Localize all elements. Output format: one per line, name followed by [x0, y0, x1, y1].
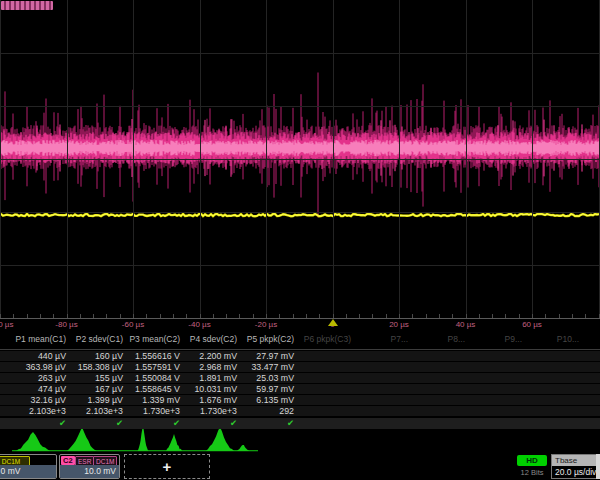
time-axis-label: 40 µs [456, 320, 476, 329]
c1-vdiv-value: 0 mV [0, 465, 56, 478]
channel-c1-descriptor[interactable]: DC1M 0 mV [0, 454, 57, 479]
measurement-value-cell: 1.399 µV [66, 395, 123, 405]
time-axis-label: -20 µs [255, 320, 277, 329]
measurement-value-cell: 1.556616 V [123, 351, 180, 361]
hd-mode-badge: HD [517, 455, 547, 466]
measurement-status-check: ✔ [66, 418, 123, 429]
measurement-value-cell: 474 µV [9, 384, 66, 394]
waveform-grid [0, 0, 600, 318]
histicon-peak [166, 434, 182, 451]
measurement-value-cell: 10.031 mV [180, 384, 237, 394]
time-axis-label: 60 µs [522, 320, 542, 329]
histicon-peak [138, 429, 149, 451]
histicon-peak [206, 429, 234, 451]
measurement-header-10[interactable]: P10... [522, 334, 579, 345]
measurement-value-cell: 1.550084 V [123, 373, 180, 383]
measurement-value-cell: 160 µV [66, 351, 123, 361]
measurement-value-cell: 2.200 mV [180, 351, 237, 361]
time-axis-label: -60 µs [122, 320, 144, 329]
c2-trace[interactable] [0, 73, 599, 218]
time-axis: -100 µs-80 µs-60 µs-40 µs-20 µs020 µs40 … [0, 320, 600, 332]
grid-horizontal-line [0, 106, 600, 107]
measurement-header-1[interactable]: P1 mean(C1) [9, 334, 66, 345]
histicon-peak [16, 432, 50, 451]
measurement-value-cell: 1.557591 V [123, 362, 180, 372]
plus-icon: + [163, 458, 172, 475]
channel-c2-descriptor[interactable]: C2 ESR DC1M 10.0 mV [59, 454, 120, 479]
measurement-value-cell: 27.97 mV [237, 351, 294, 361]
measurement-status-check: ✔ [9, 418, 66, 429]
measurement-value-cell: 1.676 mV [180, 395, 237, 405]
hd-bits-label: 12 Bits [513, 468, 551, 477]
c1-trace[interactable] [0, 214, 599, 216]
measurement-value-cell: 263 µV [9, 373, 66, 383]
measurement-status-check: ✔ [123, 418, 180, 429]
measurement-header-5[interactable]: P5 pkpk(C2) [237, 334, 294, 345]
measurement-value-cell: 1.558645 V [123, 384, 180, 394]
time-axis-label: -100 µs [0, 320, 13, 329]
time-axis-label: -40 µs [188, 320, 210, 329]
trigger-position-marker[interactable] [328, 319, 338, 326]
measurement-value-cell: 2.103e+3 [66, 406, 123, 416]
measurement-status-check: ✔ [237, 418, 294, 429]
measurement-value-cell: 155 µV [66, 373, 123, 383]
measurement-status-check: ✔ [180, 418, 237, 429]
measurement-histicons [0, 429, 600, 453]
grid-horizontal-line [0, 212, 600, 213]
waveform-display [0, 0, 600, 330]
histicon-peak [237, 445, 249, 451]
c2-channel-label: C2 [61, 456, 75, 465]
measurement-value-cell: 167 µV [66, 384, 123, 394]
add-trace-button[interactable]: + [124, 454, 210, 479]
measurement-value-cell: 1.891 mV [180, 373, 237, 383]
table-header-separator [0, 349, 600, 350]
grid-horizontal-line [0, 159, 600, 160]
measurement-header-3[interactable]: P3 mean(C2) [123, 334, 180, 345]
measurement-value-cell: 440 µV [9, 351, 66, 361]
measurement-header-7[interactable]: P7... [351, 334, 408, 345]
trace-annotation-badge [1, 1, 53, 10]
measurement-value-cell: 6.135 mV [237, 395, 294, 405]
measurement-header-9[interactable]: P9... [465, 334, 522, 345]
measurement-value-cell: 32.16 µV [9, 395, 66, 405]
measurement-value-cell: 363.98 µV [9, 362, 66, 372]
measurement-value-cell: 1.339 mV [123, 395, 180, 405]
measurement-value-cell: 158.308 µV [66, 362, 123, 372]
time-axis-label: 20 µs [389, 320, 409, 329]
measurement-value-cell: 1.730e+3 [123, 406, 180, 416]
measurement-value-cell: 25.03 mV [237, 373, 294, 383]
measurement-value-cell: 2.103e+3 [9, 406, 66, 416]
measurement-value-cell: 59.97 mV [237, 384, 294, 394]
measurement-value-cell: 1.730e+3 [180, 406, 237, 416]
measurement-value-cell: 2.968 mV [180, 362, 237, 372]
measurement-header-6[interactable]: P6 pkpk(C3) [294, 334, 351, 345]
timebase-descriptor[interactable]: Tbase 20.0 µs/div [551, 454, 597, 479]
clipped-trigger-box-edge [596, 454, 600, 479]
measurement-value-cell: 33.477 mV [237, 362, 294, 372]
time-axis-label: -80 µs [55, 320, 77, 329]
timebase-value: 20.0 µs/div [552, 466, 596, 479]
measurement-value-cell: 292 [237, 406, 294, 416]
measurement-header-8[interactable]: P8... [408, 334, 465, 345]
grid-horizontal-line [0, 265, 600, 266]
bottom-bar: DC1M 0 mV C2 ESR DC1M 10.0 mV + HD 12 Bi… [0, 452, 600, 480]
time-axis-line [0, 318, 600, 319]
c2-vdiv-value: 10.0 mV [60, 465, 119, 478]
measurement-header-4[interactable]: P4 sdev(C2) [180, 334, 237, 345]
measurement-header-2[interactable]: P2 sdev(C1) [66, 334, 123, 345]
timebase-title: Tbase [552, 455, 596, 466]
grid-horizontal-line [0, 53, 600, 54]
measurement-table: P1 mean(C1)P2 sdev(C1)P3 mean(C2)P4 sdev… [0, 332, 600, 430]
oscilloscope-screen: -100 µs-80 µs-60 µs-40 µs-20 µs020 µs40 … [0, 0, 600, 480]
histicon-peak [67, 429, 97, 451]
